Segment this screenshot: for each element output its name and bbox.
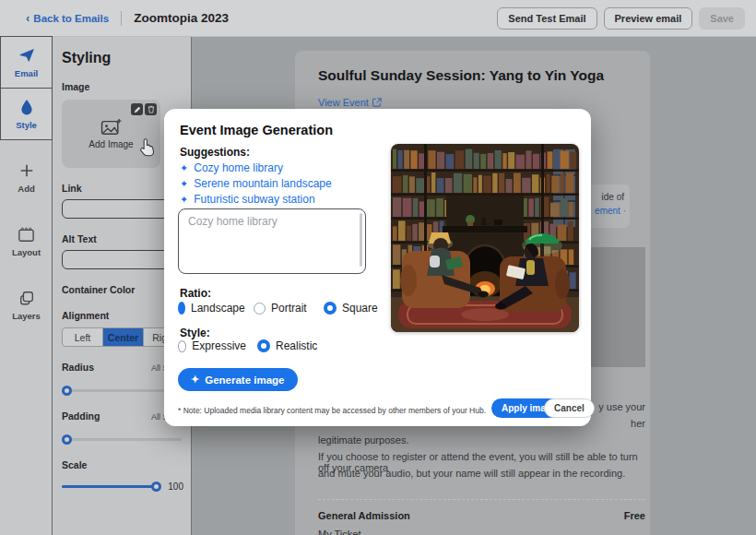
prompt-textarea[interactable] <box>178 208 366 274</box>
suggestion-label: Serene mountain landscape <box>194 177 331 190</box>
ticket-price: Free <box>624 510 645 521</box>
style-droplet-icon <box>18 98 36 116</box>
radius-label: Radius <box>62 362 94 373</box>
topbar-divider <box>121 11 122 26</box>
trash-icon <box>148 105 155 113</box>
textarea-scrollbar[interactable] <box>360 213 362 267</box>
radio-dot <box>257 339 270 352</box>
back-to-emails-link[interactable]: ‹ Back to Emails <box>26 12 109 24</box>
align-left-segment[interactable]: Left <box>63 328 103 346</box>
event-title: Soulful Sunday Session: Yang to Yin Yoga <box>318 67 604 84</box>
suggestion-link[interactable]: ✦ Futuristic subway station <box>180 193 315 206</box>
radio-label: Portrait <box>271 302 307 315</box>
radio-label: Expressive <box>192 339 246 352</box>
ticket-divider <box>318 499 645 500</box>
ratio-square-radio[interactable]: Square <box>324 302 378 315</box>
scale-slider[interactable] <box>62 482 160 492</box>
chevron-left-icon: ‹ <box>26 12 30 24</box>
page-title: Zoomtopia 2023 <box>134 11 229 25</box>
styling-panel-title: Styling <box>62 50 183 66</box>
sidebar-item-add-label: Add <box>18 184 34 194</box>
topbar: ‹ Back to Emails Zoomtopia 2023 Send Tes… <box>0 0 756 37</box>
suggestion-link[interactable]: ✦ Serene mountain landscape <box>180 177 332 190</box>
editor-sidebar: Email Style Add Layout Layers <box>0 37 53 535</box>
radio-dot <box>178 340 186 352</box>
cancel-button[interactable]: Cancel <box>544 398 595 418</box>
sparkle-icon: ✦ <box>180 179 188 189</box>
scale-value: 100 <box>168 482 183 492</box>
send-email-icon <box>18 46 36 65</box>
add-image-dropzone[interactable]: Add Image <box>62 100 160 168</box>
sparkle-icon: ✦ <box>191 374 199 385</box>
generated-image-preview <box>391 144 579 332</box>
add-image-label: Add Image <box>89 139 133 149</box>
suggestions-label: Suggestions: <box>180 146 250 159</box>
back-to-emails-label: Back to Emails <box>33 13 109 24</box>
hand-cursor-icon <box>137 137 157 158</box>
sidebar-item-email[interactable]: Email <box>0 36 53 89</box>
padding-slider[interactable] <box>62 434 182 445</box>
radius-slider-thumb[interactable] <box>62 386 72 396</box>
radio-dot <box>324 302 337 315</box>
radio-label: Landscape <box>191 302 245 315</box>
style-label: Style: <box>180 327 210 339</box>
callout-link-fragment[interactable]: ement · <box>595 206 626 216</box>
sparkle-icon: ✦ <box>180 163 188 173</box>
sidebar-item-layout[interactable]: Layout <box>0 215 53 268</box>
sidebar-item-style-label: Style <box>16 120 37 130</box>
ticket-sub-label: My Ticket <box>318 529 360 535</box>
view-event-label: View Event <box>318 97 369 108</box>
image-label: Image <box>62 81 183 92</box>
sidebar-item-layers-label: Layers <box>12 311 41 321</box>
pencil-icon <box>134 106 141 113</box>
sidebar-item-style[interactable]: Style <box>0 88 53 140</box>
radio-dot <box>254 303 266 315</box>
modal-title: Event Image Generation <box>180 123 333 137</box>
generate-image-button[interactable]: ✦ Generate image <box>178 368 298 391</box>
layers-icon <box>18 289 36 307</box>
sidebar-item-layers[interactable]: Layers <box>0 279 53 331</box>
delete-image-button[interactable] <box>145 103 157 115</box>
media-library-note: * Note: Uploaded media library content m… <box>178 406 486 415</box>
cozy-library-illustration <box>391 144 579 332</box>
paragraph-fragment: and mute your audio, but your name will … <box>318 468 645 479</box>
email-editor-page: ‹ Back to Emails Zoomtopia 2023 Send Tes… <box>0 0 756 535</box>
add-image-icon <box>100 118 123 137</box>
scale-label: Scale <box>62 459 87 470</box>
scale-slider-thumb[interactable] <box>151 482 161 492</box>
sidebar-item-layout-label: Layout <box>12 247 41 257</box>
radio-label: Square <box>342 302 378 315</box>
ratio-label: Ratio: <box>180 287 211 300</box>
external-link-icon <box>372 98 382 107</box>
topbar-actions: Send Test Email Preview email Save <box>497 7 745 30</box>
paragraph-fragment: legitimate purposes. <box>318 434 645 446</box>
view-event-link[interactable]: View Event <box>318 97 382 108</box>
generate-image-label: Generate image <box>205 374 284 386</box>
sparkle-icon: ✦ <box>180 195 188 205</box>
align-center-segment[interactable]: Center <box>103 328 144 346</box>
padding-slider-thumb[interactable] <box>62 434 72 445</box>
ticket-name: General Admission <box>318 510 410 521</box>
radio-label: Realistic <box>276 339 317 352</box>
style-realistic-radio[interactable]: Realistic <box>257 339 317 352</box>
send-test-email-button[interactable]: Send Test Email <box>497 7 597 30</box>
ratio-landscape-radio[interactable]: Landscape <box>178 302 242 315</box>
preview-email-button[interactable]: Preview email <box>604 7 693 30</box>
style-expressive-radio[interactable]: Expressive <box>178 339 246 352</box>
padding-label: Padding <box>62 410 100 422</box>
layout-icon <box>18 225 36 244</box>
save-button[interactable]: Save <box>699 7 745 30</box>
suggestion-link[interactable]: ✦ Cozy home library <box>180 161 283 174</box>
suggestion-label: Futuristic subway station <box>194 193 314 206</box>
event-image-generation-modal: Event Image Generation Suggestions: ✦ Co… <box>164 109 591 426</box>
suggestion-label: Cozy home library <box>194 161 283 174</box>
plus-icon <box>18 161 36 180</box>
radio-dot <box>178 302 185 315</box>
ratio-portrait-radio[interactable]: Portrait <box>254 302 309 315</box>
sidebar-item-add[interactable]: Add <box>0 151 53 204</box>
callout-text-fragment: ide of <box>602 192 624 202</box>
image-thumb-actions <box>131 103 157 115</box>
sidebar-item-email-label: Email <box>15 68 38 78</box>
edit-image-button[interactable] <box>131 103 143 115</box>
